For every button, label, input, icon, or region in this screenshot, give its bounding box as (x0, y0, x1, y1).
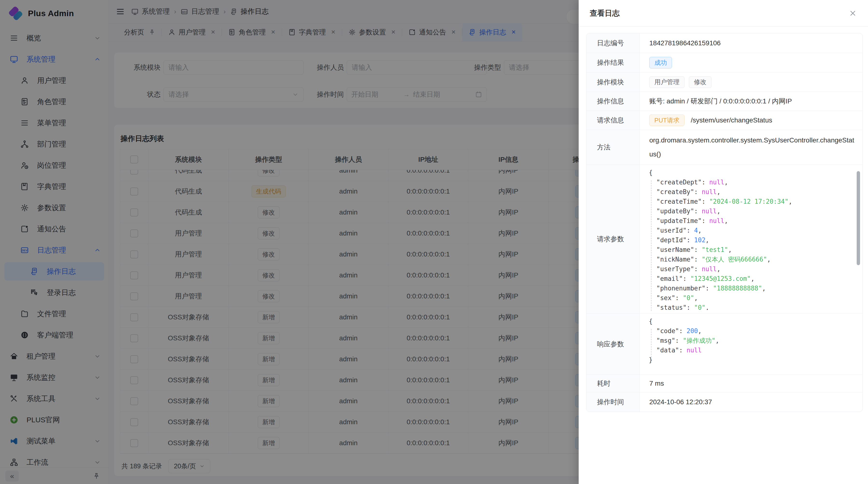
json-line: "userId": 4, (649, 226, 857, 235)
detail-label: 操作结果 (586, 53, 640, 72)
drawer-header: 查看日志 (579, 0, 868, 27)
detail-row-result: 操作结果 成功 (586, 53, 863, 72)
json-line: "data": null (649, 346, 857, 355)
json-line: "nickName": "仅本人 密码666666", (649, 255, 857, 264)
detail-label: 方法 (586, 130, 640, 165)
drawer-body: 日志编号 1842781986426159106 操作结果 成功 操作模块 用户… (579, 27, 868, 412)
indent-guide (651, 180, 651, 311)
json-line: "createTime": "2024-08-12 17:20:34", (649, 197, 857, 206)
request-json-code: { "createDept": null, "createBy": null, … (649, 168, 857, 310)
json-line: "phonenumber": "18888888888", (649, 284, 857, 293)
detail-row-info: 操作信息 账号: admin / 研发部门 / 0:0:0:0:0:0:0:1 … (586, 92, 863, 110)
drawer-title: 查看日志 (590, 8, 620, 18)
json-line: "deptId": 102, (649, 235, 857, 245)
json-line: "createBy": null, (649, 187, 857, 197)
module-tag: 用户管理 (649, 76, 684, 88)
method-value: org.dromara.system.controller.system.Sys… (640, 130, 863, 165)
response-json-code: { "code": 200, "msg": "操作成功", "data": nu… (649, 317, 857, 365)
detail-label: 日志编号 (586, 33, 640, 53)
operation-time-value: 2024-10-06 12:20:37 (640, 392, 863, 412)
detail-label: 请求参数 (586, 165, 640, 313)
log-detail-table: 日志编号 1842781986426159106 操作结果 成功 操作模块 用户… (586, 33, 863, 412)
detail-label: 耗时 (586, 375, 640, 392)
request-params-json: { "createDept": null, "createBy": null, … (640, 165, 863, 313)
detail-row-log-id: 日志编号 1842781986426159106 (586, 33, 863, 53)
detail-row-duration: 耗时 7 ms (586, 375, 863, 392)
json-line: "userType": null, (649, 264, 857, 274)
view-log-drawer: 查看日志 日志编号 1842781986426159106 操作结果 成功 操作… (579, 0, 868, 484)
scrollbar-thumb[interactable] (857, 171, 860, 265)
json-line: "createDept": null, (649, 178, 857, 187)
json-line: { (649, 168, 857, 178)
detail-row-time: 操作时间 2024-10-06 12:20:37 (586, 392, 863, 412)
json-line: "userName": "test1", (649, 245, 857, 255)
detail-row-method: 方法 org.dromara.system.controller.system.… (586, 130, 863, 165)
indent-guide (651, 329, 651, 357)
action-tag: 修改 (689, 76, 712, 88)
detail-row-request: 请求信息 PUT请求 /system/user/changeStatus (586, 110, 863, 130)
json-line: "updateTime": null, (649, 216, 857, 226)
detail-label: 响应参数 (586, 314, 640, 375)
http-method-badge: PUT请求 (649, 115, 684, 126)
json-line: "sex": "0", (649, 293, 857, 303)
json-line: { (649, 317, 857, 326)
detail-label: 操作时间 (586, 392, 640, 412)
log-id-value: 1842781986426159106 (640, 33, 863, 53)
module-tags: 用户管理 修改 (640, 72, 863, 92)
close-icon[interactable] (849, 9, 857, 18)
detail-row-request-params: 请求参数 { "createDept": null, "createBy": n… (586, 165, 863, 313)
detail-label: 请求信息 (586, 111, 640, 130)
request-url: /system/user/changeStatus (691, 117, 772, 124)
operation-info-value: 账号: admin / 研发部门 / 0:0:0:0:0:0:0:1 / 内网I… (640, 92, 863, 110)
json-line: "email": "12345@1253.com", (649, 274, 857, 284)
json-line: "msg": "操作成功", (649, 336, 857, 346)
detail-row-module: 操作模块 用户管理 修改 (586, 72, 863, 92)
detail-row-response-params: 响应参数 { "code": 200, "msg": "操作成功", "data… (586, 313, 863, 375)
response-params-json: { "code": 200, "msg": "操作成功", "data": nu… (640, 314, 863, 375)
json-line: "updateBy": null, (649, 206, 857, 216)
json-line: "code": 200, (649, 326, 857, 336)
detail-label: 操作模块 (586, 72, 640, 92)
duration-value: 7 ms (640, 375, 863, 392)
detail-label: 操作信息 (586, 92, 640, 110)
json-line: "status": "0", (649, 303, 857, 310)
json-line: } (649, 355, 857, 365)
status-badge: 成功 (649, 57, 672, 68)
